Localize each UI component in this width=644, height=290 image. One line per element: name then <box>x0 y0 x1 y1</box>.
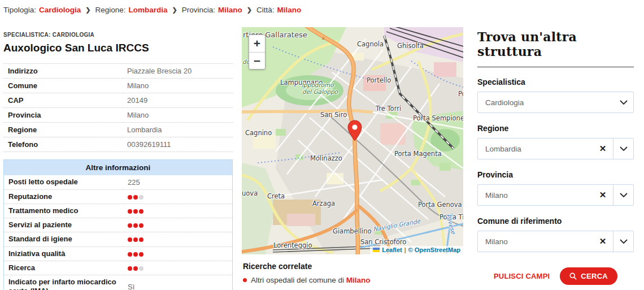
field-label-regione: Regione <box>477 124 634 133</box>
detail-value: Milano <box>123 79 233 93</box>
breadcrumb-label: Regione: <box>95 6 126 14</box>
table-row: Trattamento medico <box>4 204 232 218</box>
map-label: Porta Sempione <box>413 114 463 122</box>
extra-value: 225 <box>123 175 232 189</box>
table-row: Posti letto ospedale 225 <box>4 175 232 189</box>
select-value: Cardiologia <box>478 92 613 112</box>
search-panel: Trova un'altra struttura Specialistica C… <box>477 29 634 285</box>
related-searches: Ricerche correlate Altri ospedali del co… <box>243 262 469 284</box>
map-label: Giambellino <box>333 227 372 235</box>
breadcrumb-link[interactable]: Cardiologia <box>39 6 81 14</box>
map-label: Po <box>458 90 463 98</box>
map-label: Cagnino <box>245 129 272 137</box>
extra-label: Trattamento medico <box>4 204 123 218</box>
chevron-down-icon[interactable] <box>613 231 633 252</box>
breadcrumb-label: Tipologia: <box>3 6 36 14</box>
extra-label: Reputazione <box>4 189 123 204</box>
table-row: Indirizzo Piazzale Brescia 20 <box>3 64 233 79</box>
map-label: Ippodromo <box>302 81 334 88</box>
map-attribution: Leaflet | © OpenStreetMap <box>370 246 463 254</box>
table-row: Comune Milano <box>3 79 233 93</box>
map-label: San Cristoforo <box>360 238 406 246</box>
detail-label: Regione <box>3 123 123 137</box>
table-row: Telefono 00392619111 <box>3 137 233 152</box>
extra-value-highlight: Sì <box>123 275 232 290</box>
table-row: Standard di igiene <box>4 232 232 246</box>
map-label: Arzaga <box>312 200 335 207</box>
map-label: Porta Magenta <box>394 150 442 158</box>
table-row: Iniziativa qualità <box>4 246 232 261</box>
map-label: San Siro <box>320 111 347 119</box>
breadcrumb-link[interactable]: Milano <box>218 6 242 14</box>
map-label: Cagnola <box>357 40 384 48</box>
table-row: CAP 20149 <box>3 93 233 108</box>
provincia-select[interactable]: Milano ✕ <box>477 184 634 206</box>
leaflet-link[interactable]: Leaflet <box>382 246 402 253</box>
facility-name: Auxologico San Luca IRCCS <box>3 42 233 54</box>
search-button[interactable]: CERCA <box>560 267 617 285</box>
clear-icon[interactable]: ✕ <box>593 138 613 159</box>
breadcrumb-link[interactable]: Milano <box>277 6 302 14</box>
search-icon <box>569 272 577 280</box>
extra-info-title: Altre informazioni <box>4 160 232 175</box>
breadcrumb: Tipologia: Cardiologia ❯ Regione: Lombar… <box>3 6 301 14</box>
hospital-finder-page: Tipologia: Cardiologia ❯ Regione: Lombar… <box>0 0 644 290</box>
related-link[interactable]: Milano <box>346 276 371 284</box>
facility-details-table: Indirizzo Piazzale Brescia 20 Comune Mil… <box>3 63 233 152</box>
clear-icon[interactable]: ✕ <box>593 185 613 205</box>
detail-value: 20149 <box>123 93 233 108</box>
clear-fields-button[interactable]: PULISCI CAMPI <box>494 272 550 280</box>
facility-panel: SPECIALISTICA: CARDIOLOGIA Auxologico Sa… <box>3 32 233 290</box>
map-zoom-control: + − <box>249 34 266 70</box>
chevron-down-icon[interactable] <box>613 185 633 205</box>
extra-info-box: Altre informazioni Posti letto ospedale … <box>3 159 233 290</box>
map-label: Ghisolfa <box>397 42 424 50</box>
breadcrumb-regione: Regione: Lombardia <box>95 6 168 14</box>
chevron-right-icon: ❯ <box>246 6 253 14</box>
peak-icon: ▲ <box>321 35 326 41</box>
regione-select[interactable]: Lombardia ✕ <box>477 138 634 159</box>
select-value: Lombardia <box>478 138 593 159</box>
chevron-down-icon[interactable] <box>613 138 633 159</box>
rating-dots <box>123 218 232 232</box>
location-pin-icon[interactable] <box>347 120 362 141</box>
map-label: uova <box>242 189 258 197</box>
detail-label: Provincia <box>3 108 123 123</box>
field-label-provincia: Provincia <box>477 170 634 179</box>
zoom-in-button[interactable]: + <box>249 35 265 52</box>
detail-label: Telefono <box>3 137 123 152</box>
openstreetmap-link[interactable]: © OpenStreetMap <box>408 246 460 253</box>
detail-value: Lombardia <box>123 123 233 137</box>
extra-label: Standard di igiene <box>4 232 123 246</box>
bullet-icon <box>243 278 247 282</box>
extra-label: Ricerca <box>4 261 123 275</box>
related-text: Altri ospedali del comune di Milano <box>251 276 371 284</box>
comune-select[interactable]: Milano ✕ <box>477 231 634 252</box>
clear-icon[interactable]: ✕ <box>593 231 613 252</box>
breadcrumb-provincia: Provincia: Milano <box>182 6 242 14</box>
attribution-separator: | <box>404 246 406 253</box>
related-title: Ricerche correlate <box>243 262 469 271</box>
table-row: Regione Lombardia <box>3 123 233 137</box>
chevron-right-icon: ❯ <box>172 6 178 14</box>
map-label: Lorenteggio <box>273 241 312 249</box>
leaflet-map[interactable]: ▲ rtiere Gallaratese Lampugnano Ippodrom… <box>242 27 463 254</box>
facility-kicker: SPECIALISTICA: CARDIOLOGIA <box>3 32 233 38</box>
specialistica-select[interactable]: Cardiologia <box>477 92 634 113</box>
chevron-down-icon[interactable] <box>613 92 633 112</box>
extra-info-table: Posti letto ospedale 225 Reputazione Tra… <box>4 175 232 290</box>
detail-label: Comune <box>3 79 123 93</box>
table-row: Indicato per infarto miocardico acuto (I… <box>4 275 232 290</box>
breadcrumb-link[interactable]: Lombardia <box>129 6 168 14</box>
select-value: Milano <box>478 231 593 252</box>
extra-label: Servizi al paziente <box>4 218 123 232</box>
zoom-out-button[interactable]: − <box>249 52 265 69</box>
table-row: Provincia Milano <box>3 108 233 123</box>
list-item: Altri ospedali del comune di Milano <box>243 276 469 284</box>
map-label: del Galoppo <box>302 88 338 95</box>
breadcrumb-label: Provincia: <box>182 6 215 14</box>
table-row: Reputazione <box>4 189 232 204</box>
map-label: Tre Torri <box>376 105 401 112</box>
rating-dots <box>123 204 232 218</box>
form-buttons: PULISCI CAMPI CERCA <box>477 267 634 285</box>
